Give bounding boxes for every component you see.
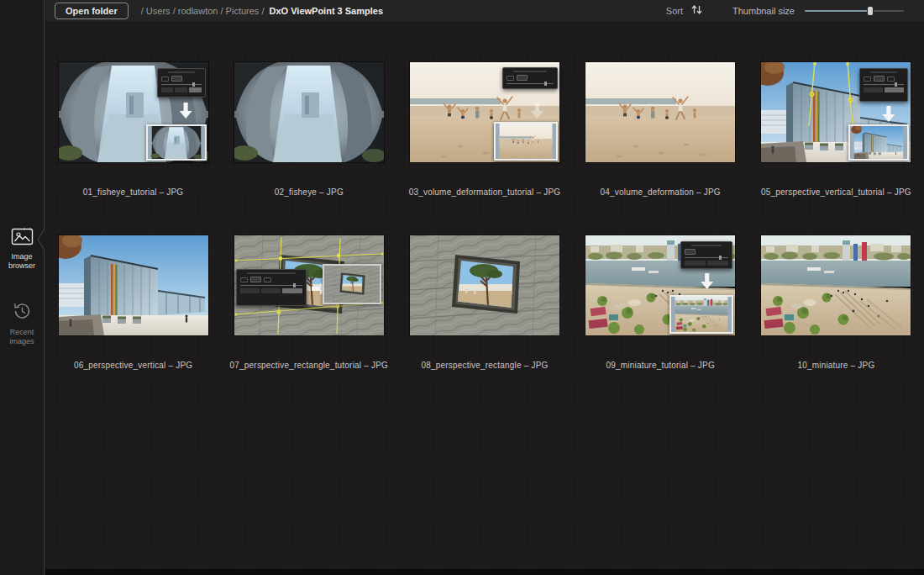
image-icon [11,227,34,249]
sidebar: Image browser Recent images [0,0,45,575]
image-caption: 06_perspective_vertical – JPG [74,361,192,370]
grid-cell: 09_miniature_tutorial – JPG [573,235,748,370]
breadcrumb[interactable]: / Users / rodlawton / Pictures / DxO Vie… [141,6,383,16]
breadcrumb-path[interactable]: / Users / rodlawton / Pictures / [141,6,265,16]
image-caption: 04_volume_deformation – JPG [601,187,721,197]
tutorial-dialog-art [859,68,908,102]
image-caption: 03_volume_deformation_tutorial – JPG [409,187,561,197]
image-caption: 10_miniature – JPG [797,361,874,370]
grid-cell: 01_fisheye_tutorial – JPG [45,62,221,197]
image-thumbnail[interactable] [761,62,911,162]
grid-cell: 08_perspective_rectangle – JPG [396,235,572,370]
thumbnail-size-label: Thumbnail size [732,6,795,16]
corrected-inset-art [669,295,733,334]
image-thumbnail[interactable] [585,235,735,335]
bottom-edge-strip [45,569,924,575]
image-thumbnail[interactable] [410,62,559,162]
toolbar-right-group: Sort Thumbnail size [666,3,904,18]
image-caption: 01_fisheye_tutorial – JPG [83,187,184,197]
image-thumbnail[interactable] [234,62,384,162]
image-thumbnail[interactable] [585,62,735,162]
image-thumbnail[interactable] [59,62,208,162]
open-folder-button[interactable]: Open folder [55,3,129,19]
dialog-title-art [247,272,296,274]
dialog-controls-art [161,76,202,82]
slider-fill [805,10,870,12]
dialog-slider-art [507,83,554,84]
dialog-controls-art [685,249,728,255]
tutorial-dialog-art [157,68,206,98]
dialog-buttons-art [864,87,904,92]
grid-cell: 06_perspective_vertical – JPG [45,235,221,370]
dialog-buttons-art [240,288,302,293]
sidebar-item-recent-images[interactable]: Recent images [0,301,44,347]
sidebar-item-label: Recent images [0,328,44,347]
grid-cell: 07_perspective_rectangle_tutorial – JPG [221,235,396,370]
image-thumbnail[interactable] [410,235,559,335]
grid-cell: 04_volume_deformation – JPG [573,62,748,197]
image-caption: 08_perspective_rectangle – JPG [421,361,548,370]
dialog-buttons-art [685,261,728,266]
tutorial-dialog-art [680,241,732,269]
tutorial-dialog-art [236,269,307,306]
tutorial-dialog-art [502,67,558,89]
dialog-slider-art [161,84,202,85]
dialog-title-art [168,71,195,73]
toolbar: Open folder / Users / rodlawton / Pictur… [45,0,924,23]
dialog-title-art [691,245,722,246]
dialog-slider-art [864,84,904,85]
slider-handle[interactable] [867,6,874,16]
corrected-inset-art [323,264,381,304]
grid-cell: 05_perspective_vertical_tutorial – JPG [748,62,924,197]
image-caption: 05_perspective_vertical_tutorial – JPG [761,187,911,197]
image-thumbnail[interactable] [234,235,384,335]
image-caption: 09_miniature_tutorial – JPG [606,361,715,370]
sort-arrows-icon[interactable] [690,3,703,18]
image-caption: 07_perspective_rectangle_tutorial – JPG [230,361,388,370]
image-thumbnail[interactable] [59,235,208,335]
corrected-inset-art [848,124,909,161]
grid-cell: 02_fisheye – JPG [221,62,396,197]
dialog-title-art [513,71,547,72]
dialog-controls-art [864,76,904,82]
active-item-notch [37,229,45,251]
image-thumbnail[interactable] [761,235,911,335]
grid-cell: 03_volume_deformation_tutorial – JPG [396,62,572,197]
dialog-buttons-art [161,87,202,92]
corrected-inset-art [494,122,558,161]
dialog-controls-art [507,75,554,81]
thumbnail-grid: 01_fisheye_tutorial – JPG 02_fisheye – J… [45,23,924,370]
breadcrumb-current-folder: DxO ViewPoint 3 Samples [270,6,384,16]
dialog-slider-art [685,257,728,258]
sort-label: Sort [666,6,683,16]
sidebar-item-label: Image browser [0,252,44,272]
image-browser-panel: 01_fisheye_tutorial – JPG 02_fisheye – J… [45,23,924,575]
dialog-controls-art [240,277,302,282]
dialog-title-art [870,71,897,73]
dialog-slider-art [240,285,302,286]
history-clock-icon [12,301,32,324]
corrected-inset-art [146,124,207,161]
thumbnail-size-slider[interactable] [805,5,904,17]
image-caption: 02_fisheye – JPG [275,187,344,197]
grid-cell: 10_miniature – JPG [748,235,924,370]
